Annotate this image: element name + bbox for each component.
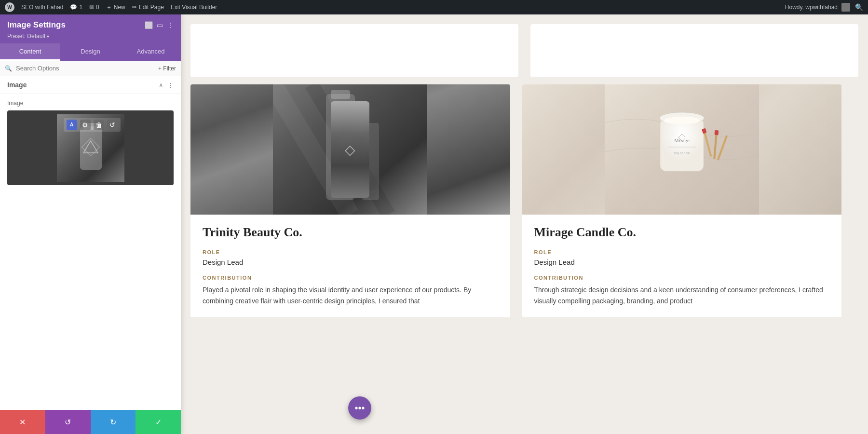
tab-content[interactable]: Content bbox=[0, 43, 60, 61]
trinity-svg bbox=[273, 84, 427, 215]
image-reset-icon[interactable]: ↺ bbox=[107, 120, 118, 130]
tab-advanced[interactable]: Advanced bbox=[121, 43, 181, 61]
svg-marker-11 bbox=[331, 127, 350, 143]
trinity-card: Trinity Beauty Co. ROLE Design Lead CONT… bbox=[190, 84, 510, 317]
trinity-contribution-text: Played a pivotal role in shaping the vis… bbox=[203, 285, 498, 307]
image-upload-area[interactable]: A ⚙ 🗑 ↺ bbox=[7, 110, 174, 185]
image-delete-icon[interactable]: 🗑 bbox=[94, 120, 104, 130]
messages-count[interactable]: ✉ 0 bbox=[89, 4, 99, 11]
panel-title: Image Settings bbox=[7, 20, 66, 30]
panel-header: Image Settings ⬜ ▭ ⋮ Preset: Default ▾ bbox=[0, 14, 181, 43]
user-avatar bbox=[841, 3, 850, 12]
mirage-role-value: Design Lead bbox=[534, 258, 830, 266]
save-button[interactable]: ✓ bbox=[136, 410, 181, 434]
section-header-icons: ∧ ⋮ bbox=[159, 81, 174, 89]
mirage-image-visual: Mirage soy candle bbox=[522, 84, 842, 215]
svg-point-16 bbox=[664, 117, 700, 124]
image-settings-icon[interactable]: ⚙ bbox=[80, 120, 91, 130]
trinity-card-body: Trinity Beauty Co. ROLE Design Lead CONT… bbox=[190, 215, 510, 317]
filter-button[interactable]: + Filter bbox=[158, 65, 176, 72]
collapse-section-icon[interactable]: ∧ bbox=[159, 81, 163, 89]
mirage-contribution-text: Through strategic design decisions and a… bbox=[534, 285, 830, 307]
section-header: Image ∧ ⋮ bbox=[0, 76, 181, 94]
redo-button[interactable]: ↻ bbox=[91, 410, 136, 434]
mirage-card: Mirage soy candle bbox=[522, 84, 842, 317]
top-strips bbox=[190, 24, 858, 77]
panel-actions: ✕ ↺ ↻ ✓ bbox=[0, 410, 181, 434]
fab-button[interactable]: ••• bbox=[348, 396, 371, 420]
mirage-card-image: Mirage soy candle bbox=[522, 84, 842, 215]
panel-preset[interactable]: Preset: Default ▾ bbox=[7, 33, 174, 40]
trinity-image-visual bbox=[190, 84, 510, 215]
image-field-wrapper: A ⚙ 🗑 ↺ bbox=[7, 110, 174, 185]
trinity-card-image bbox=[190, 84, 510, 215]
cancel-button[interactable]: ✕ bbox=[0, 410, 45, 434]
panel-title-icons: ⬜ ▭ ⋮ bbox=[145, 21, 174, 29]
message-icon: ✉ bbox=[89, 4, 94, 11]
svg-text:soy candle: soy candle bbox=[674, 151, 690, 155]
exit-visual-builder-link[interactable]: Exit Visual Builder bbox=[171, 4, 217, 11]
more-options-icon[interactable]: ⋮ bbox=[167, 21, 174, 29]
trinity-company-name: Trinity Beauty Co. bbox=[203, 225, 498, 240]
svg-text:Mirage: Mirage bbox=[674, 137, 690, 143]
tab-design[interactable]: Design bbox=[60, 43, 121, 61]
search-icon: 🔍 bbox=[5, 65, 12, 72]
new-button[interactable]: ＋ New bbox=[106, 3, 125, 12]
columns-icon[interactable]: ▭ bbox=[157, 21, 163, 29]
undo-button[interactable]: ↺ bbox=[45, 410, 91, 434]
pencil-icon: ✏ bbox=[132, 4, 137, 11]
trinity-role-label: ROLE bbox=[203, 249, 498, 255]
plus-icon: ＋ bbox=[106, 3, 112, 12]
panel-section: Image ∧ ⋮ Image bbox=[0, 76, 181, 410]
mirage-card-body: Mirage Candle Co. ROLE Design Lead CONTR… bbox=[522, 215, 842, 317]
svg-rect-24 bbox=[714, 130, 719, 136]
mirage-role-label: ROLE bbox=[534, 249, 830, 255]
svg-rect-12 bbox=[332, 129, 350, 147]
svg-rect-8 bbox=[326, 94, 355, 200]
panel-title-row: Image Settings ⬜ ▭ ⋮ bbox=[7, 20, 174, 30]
section-content: Image bbox=[0, 94, 181, 191]
expand-icon[interactable]: ⬜ bbox=[145, 21, 153, 29]
section-more-icon[interactable]: ⋮ bbox=[167, 81, 174, 89]
image-overlay-icons: A ⚙ 🗑 ↺ bbox=[64, 118, 121, 132]
comments-count[interactable]: 💬 1 bbox=[70, 4, 82, 11]
wp-logo-icon[interactable]: W bbox=[5, 2, 14, 12]
preset-arrow-icon: ▾ bbox=[47, 34, 49, 39]
ai-generate-icon[interactable]: A bbox=[67, 120, 77, 130]
site-name[interactable]: SEO with Fahad bbox=[21, 4, 63, 11]
admin-bar-right: Howdy, wpwithfahad 🔍 bbox=[785, 3, 863, 12]
edit-page-link[interactable]: ✏ Edit Page bbox=[132, 4, 164, 11]
svg-rect-5 bbox=[273, 84, 427, 215]
comment-icon: 💬 bbox=[70, 4, 77, 11]
top-strip-left bbox=[190, 24, 518, 77]
image-field-label: Image bbox=[7, 100, 174, 107]
trinity-contribution-label: CONTRIBUTION bbox=[203, 275, 498, 281]
admin-bar: W SEO with Fahad 💬 1 ✉ 0 ＋ New ✏ Edit Pa… bbox=[0, 0, 868, 14]
page-wrapper: Image Settings ⬜ ▭ ⋮ Preset: Default ▾ C… bbox=[0, 14, 868, 434]
mirage-svg: Mirage soy candle bbox=[605, 84, 759, 215]
portfolio-grid: Trinity Beauty Co. ROLE Design Lead CONT… bbox=[190, 84, 841, 317]
image-preview: A ⚙ 🗑 ↺ bbox=[57, 114, 124, 182]
svg-rect-9 bbox=[331, 90, 350, 99]
user-greeting[interactable]: Howdy, wpwithfahad bbox=[785, 3, 850, 12]
fab-icon: ••• bbox=[354, 403, 365, 414]
search-options-input[interactable] bbox=[16, 65, 154, 72]
mirage-company-name: Mirage Candle Co. bbox=[534, 225, 830, 240]
settings-panel: Image Settings ⬜ ▭ ⋮ Preset: Default ▾ C… bbox=[0, 14, 181, 434]
trinity-role-value: Design Lead bbox=[203, 258, 498, 266]
panel-tabs: Content Design Advanced bbox=[0, 43, 181, 61]
mirage-contribution-label: CONTRIBUTION bbox=[534, 275, 830, 281]
top-strip-right bbox=[530, 24, 858, 77]
svg-rect-10 bbox=[362, 123, 379, 200]
svg-rect-14 bbox=[660, 118, 704, 171]
main-content: Trinity Beauty Co. ROLE Design Lead CONT… bbox=[181, 14, 868, 434]
admin-search-icon[interactable]: 🔍 bbox=[855, 3, 863, 11]
search-row: 🔍 + Filter bbox=[0, 61, 181, 76]
section-title: Image bbox=[7, 81, 27, 89]
